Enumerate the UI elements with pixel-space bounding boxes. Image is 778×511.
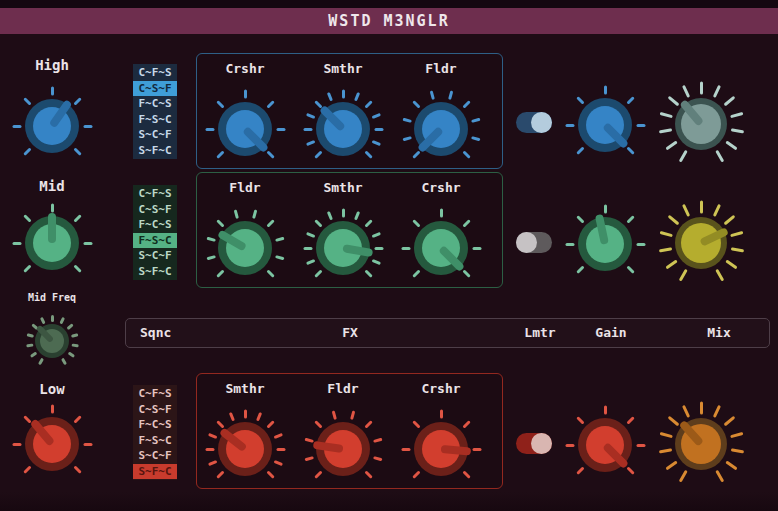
high-fx-knob-smthr[interactable] <box>298 84 388 174</box>
titlebar: WSTD M3NGLR <box>0 8 778 34</box>
header-gain: Gain <box>581 319 641 347</box>
seq-option[interactable]: F~S~C <box>133 112 177 128</box>
mid-band-label: Mid <box>2 178 102 194</box>
knob-tick <box>665 140 677 150</box>
low-limiter-toggle[interactable] <box>516 433 552 454</box>
high-fx-knob-fldr[interactable] <box>396 84 486 174</box>
knob-tick <box>12 443 21 446</box>
knob-tick <box>401 247 410 250</box>
mid-gain-knob[interactable] <box>560 199 650 289</box>
knob-tick <box>59 316 65 324</box>
knob-tick <box>667 415 679 426</box>
knob-tick <box>23 264 31 272</box>
section-header-bar: Sqnc FX Lmtr Gain Mix <box>125 318 770 348</box>
knob-tick <box>255 411 261 420</box>
seq-option-selected[interactable]: S~F~C <box>133 464 177 480</box>
seq-option[interactable]: C~F~S <box>133 186 177 202</box>
low-fx-knob-smthr[interactable] <box>200 404 290 494</box>
seq-option[interactable]: S~C~F <box>133 448 177 464</box>
mid-fx-knob-crshr[interactable] <box>396 203 486 293</box>
knob-tick <box>626 265 634 273</box>
knob-tick <box>700 401 703 414</box>
seq-option[interactable]: C~F~S <box>133 65 177 81</box>
knob-tick <box>275 255 284 260</box>
low-fx-knob-fldr[interactable] <box>298 404 388 494</box>
knob-tick <box>715 469 724 482</box>
knob-tick <box>636 444 645 447</box>
knob-tick <box>667 214 679 225</box>
knob-tick <box>373 437 382 442</box>
knob-tick <box>658 247 671 252</box>
low-band-knob[interactable] <box>7 399 97 489</box>
knob-tick <box>266 269 274 277</box>
knob-tick <box>472 448 481 451</box>
knob-tick <box>303 247 312 250</box>
low-band-label: Low <box>2 381 102 397</box>
knob-tick <box>462 150 470 158</box>
seq-option[interactable]: S~F~C <box>133 143 177 159</box>
knob-tick <box>266 470 274 478</box>
knob-tick <box>51 404 54 413</box>
knob-tick <box>565 124 574 127</box>
knob-tick <box>207 459 216 465</box>
seq-option[interactable]: C~S~F <box>133 202 177 218</box>
knob-tick <box>565 243 574 246</box>
knob-tick <box>23 415 31 423</box>
seq-option[interactable]: F~C~S <box>133 96 177 112</box>
knob-tick <box>305 112 314 118</box>
knob-tick <box>51 315 54 322</box>
knob-tick <box>576 466 584 474</box>
knob-tick <box>23 147 31 155</box>
high-fx-knob-crshr[interactable] <box>200 84 290 174</box>
seq-option-selected[interactable]: F~S~C <box>133 233 177 249</box>
knob-tick <box>725 460 737 470</box>
low-mix-knob[interactable] <box>656 399 746 489</box>
knob-tick <box>23 214 31 222</box>
mid-mix-knob[interactable] <box>656 198 746 288</box>
seq-option[interactable]: F~C~S <box>133 217 177 233</box>
mid-fx-knob-smthr[interactable] <box>298 203 388 293</box>
seq-option[interactable]: S~C~F <box>133 248 177 264</box>
knob-tick <box>712 404 720 417</box>
knob-tick <box>60 357 66 365</box>
seq-option[interactable]: C~F~S <box>133 386 177 402</box>
knob-tick <box>565 444 574 447</box>
knob-tick <box>51 203 54 212</box>
seq-option[interactable]: C~S~F <box>133 402 177 418</box>
knob-tick <box>681 404 689 417</box>
knob-tick <box>401 448 410 451</box>
knob-tick <box>244 409 247 418</box>
mid-fx-knob-fldr[interactable] <box>200 203 290 293</box>
knob-tick <box>700 81 703 94</box>
seq-option[interactable]: F~S~C <box>133 433 177 449</box>
high-band-knob[interactable] <box>7 81 97 171</box>
header-sqnc: Sqnc <box>140 319 171 347</box>
seq-option[interactable]: F~C~S <box>133 417 177 433</box>
knob-tick <box>462 470 470 478</box>
knob-tick <box>472 247 481 250</box>
knob-tick <box>700 200 703 213</box>
knob-tick <box>73 97 81 105</box>
knob-tick <box>604 85 607 94</box>
knob-tick <box>604 204 607 213</box>
mid-band-knob[interactable] <box>7 198 97 288</box>
knob-tick <box>67 351 74 357</box>
high-mix-knob[interactable] <box>656 79 746 169</box>
knob-tick <box>26 343 33 347</box>
mid-limiter-toggle[interactable] <box>516 232 552 253</box>
knob-tick <box>576 265 584 273</box>
knob-tick <box>626 146 634 154</box>
mid-freq-knob[interactable] <box>24 313 80 369</box>
high-limiter-toggle[interactable] <box>516 112 552 133</box>
knob-tick <box>402 117 411 122</box>
knob-tick <box>364 420 372 428</box>
high-gain-knob[interactable] <box>560 80 650 170</box>
low-fx-knob-crshr[interactable] <box>396 404 486 494</box>
seq-option-selected[interactable]: C~S~F <box>133 81 177 97</box>
knob-tick <box>374 247 383 250</box>
seq-option[interactable]: S~C~F <box>133 127 177 143</box>
low-gain-knob[interactable] <box>560 400 650 490</box>
seq-option[interactable]: S~F~C <box>133 264 177 280</box>
knob-tick <box>304 437 313 442</box>
knob-tick <box>205 448 214 451</box>
